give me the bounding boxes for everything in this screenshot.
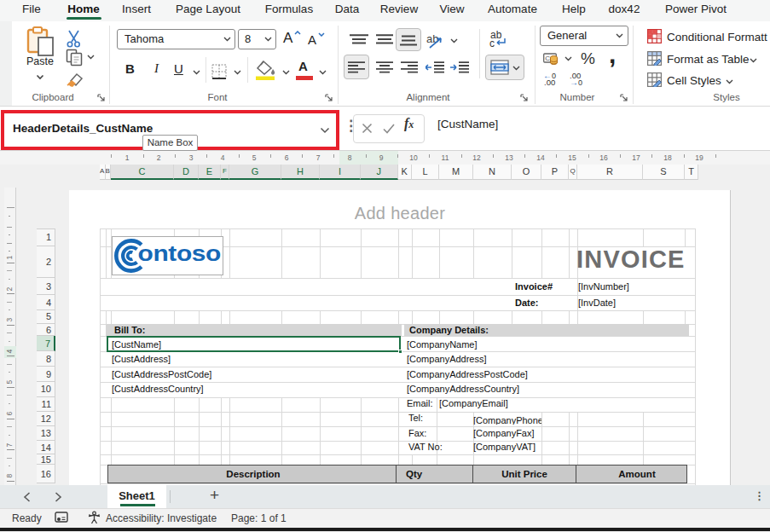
svg-text:ontoso: ontoso <box>137 241 221 266</box>
svg-text:c: c <box>489 38 495 48</box>
